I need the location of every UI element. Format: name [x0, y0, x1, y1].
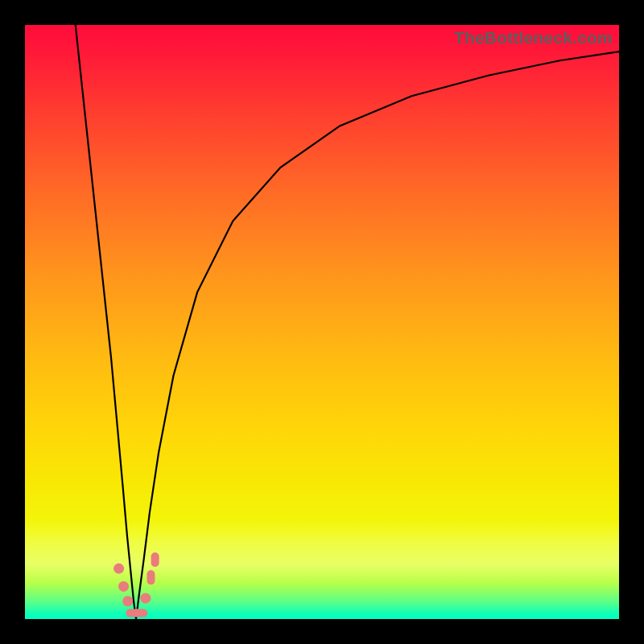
data-markers [114, 552, 159, 617]
data-marker [151, 552, 159, 567]
data-marker [147, 570, 155, 584]
bottleneck-curve-left [76, 25, 136, 619]
bottleneck-curve-right [136, 52, 619, 619]
chart-frame: TheBottleneck.com [0, 0, 644, 644]
curve-layer [25, 25, 619, 619]
data-marker [140, 593, 151, 604]
data-marker [114, 564, 124, 574]
data-marker [122, 596, 133, 606]
data-marker [133, 609, 147, 617]
plot-area: TheBottleneck.com [25, 25, 619, 619]
data-marker [118, 581, 129, 592]
